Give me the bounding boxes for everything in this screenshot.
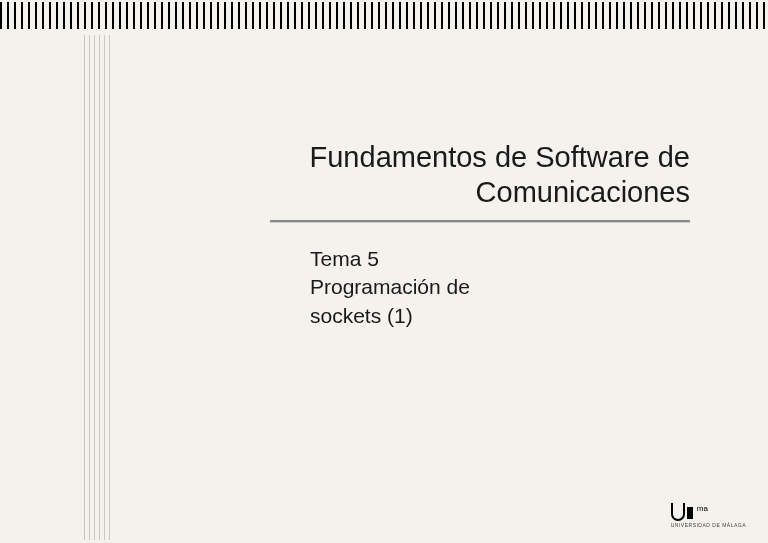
logo-mark: ma	[671, 503, 708, 521]
university-logo: ma UNIVERSIDAD DE MÁLAGA	[671, 503, 746, 528]
slide-title: Fundamentos de Software de Comunicacione…	[215, 140, 690, 210]
title-block: Fundamentos de Software de Comunicacione…	[215, 140, 690, 222]
top-decoration-stripe	[0, 2, 768, 29]
topic-line-1: Programación de	[310, 275, 470, 298]
title-underline	[270, 220, 690, 222]
title-line-2: Comunicaciones	[476, 176, 690, 208]
logo-subtext: UNIVERSIDAD DE MÁLAGA	[671, 522, 746, 528]
logo-bar-shape	[687, 507, 693, 519]
topic-line-2: sockets (1)	[310, 304, 413, 327]
title-line-1: Fundamentos de Software de	[310, 141, 690, 173]
body-block: Tema 5 Programación de sockets (1)	[310, 245, 610, 330]
topic-text: Programación de sockets (1)	[310, 273, 610, 330]
logo-suffix: ma	[697, 504, 708, 513]
left-decoration-stripe	[84, 35, 111, 540]
topic-number: Tema 5	[310, 245, 610, 273]
logo-u-shape	[671, 503, 685, 521]
